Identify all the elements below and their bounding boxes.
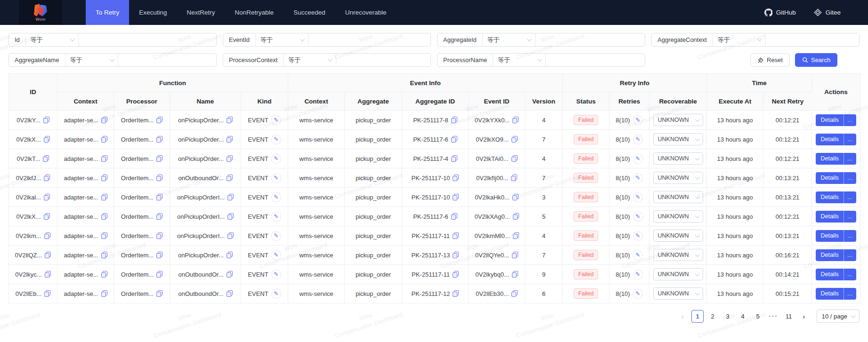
edit-pencil-icon[interactable]: ✎ [633,270,643,279]
recoverable-select[interactable]: UNKNOWN [653,249,703,261]
copy-icon[interactable] [101,271,107,278]
nav-tab[interactable]: Succeeded [284,0,335,25]
details-button[interactable]: Details [816,211,843,223]
recoverable-select[interactable]: UNKNOWN [653,172,703,184]
copy-icon[interactable] [512,117,519,123]
copy-icon[interactable] [511,155,518,162]
pagination-prev[interactable]: ‹ [676,310,689,323]
page-2[interactable]: 2 [706,310,719,323]
page-5[interactable]: 5 [752,310,764,323]
page-3[interactable]: 3 [722,310,734,323]
nav-tab[interactable]: NextRetry [177,0,225,25]
edit-pencil-icon[interactable]: ✎ [633,192,643,202]
copy-icon[interactable] [101,194,107,200]
filter-value-input[interactable] [546,54,645,66]
copy-icon[interactable] [453,232,459,239]
filter-operator-select[interactable]: 等于 [493,54,546,66]
copy-icon[interactable] [453,175,459,181]
copy-icon[interactable] [101,290,107,297]
edit-pencil-icon[interactable]: ✎ [271,154,281,164]
copy-icon[interactable] [45,271,51,278]
nav-tab[interactable]: Unrecoverable [335,0,397,25]
copy-icon[interactable] [227,194,234,200]
copy-icon[interactable] [44,213,50,220]
copy-icon[interactable] [512,252,518,258]
filter-operator-select[interactable]: 等于 [284,54,336,66]
details-button[interactable]: Details [816,191,843,203]
details-button[interactable]: Details [816,134,843,145]
filter-value-input[interactable] [79,33,216,46]
github-link[interactable]: GitHub [764,8,796,16]
copy-icon[interactable] [156,155,162,162]
details-more-button[interactable]: … [844,153,856,165]
gitee-link[interactable]: Gitee [814,8,841,16]
details-more-button[interactable]: … [844,230,856,242]
copy-icon[interactable] [227,155,233,162]
copy-icon[interactable] [101,175,107,181]
copy-icon[interactable] [513,213,519,220]
copy-icon[interactable] [453,271,459,278]
edit-pencil-icon[interactable]: ✎ [271,115,281,125]
edit-pencil-icon[interactable]: ✎ [271,250,281,260]
copy-icon[interactable] [451,117,457,123]
copy-icon[interactable] [44,232,50,239]
copy-icon[interactable] [156,213,162,220]
copy-icon[interactable] [101,117,107,123]
copy-icon[interactable] [156,136,162,143]
copy-icon[interactable] [511,175,517,181]
details-more-button[interactable]: … [844,191,856,203]
filter-operator-select[interactable]: 等于 [256,33,308,46]
filter-operator-select[interactable]: 等于 [483,33,535,46]
edit-pencil-icon[interactable]: ✎ [633,231,643,241]
copy-icon[interactable] [101,232,107,239]
copy-icon[interactable] [44,194,50,200]
copy-icon[interactable] [227,175,233,181]
copy-icon[interactable] [451,136,457,143]
reset-button[interactable]: Reset [750,53,790,67]
copy-icon[interactable] [156,290,162,297]
recoverable-select[interactable]: UNKNOWN [653,191,703,203]
copy-icon[interactable] [451,213,457,220]
filter-operator-select[interactable]: 等于 [65,54,118,66]
details-button[interactable]: Details [816,172,843,184]
recoverable-select[interactable]: UNKNOWN [653,230,703,242]
copy-icon[interactable] [453,290,459,297]
edit-pencil-icon[interactable]: ✎ [271,173,281,183]
edit-pencil-icon[interactable]: ✎ [633,154,643,164]
recoverable-select[interactable]: UNKNOWN [653,152,703,165]
page-size-select[interactable]: 10 / page [817,310,860,323]
nav-tab[interactable]: NonRetryable [225,0,284,25]
edit-pencil-icon[interactable]: ✎ [271,135,281,144]
copy-icon[interactable] [512,194,519,200]
details-button[interactable]: Details [816,153,843,165]
recoverable-select[interactable]: UNKNOWN [653,268,703,280]
details-more-button[interactable]: … [844,211,856,223]
copy-icon[interactable] [44,136,50,143]
copy-icon[interactable] [44,175,50,181]
copy-icon[interactable] [451,155,457,162]
details-more-button[interactable]: … [844,134,856,145]
page-11[interactable]: 11 [783,310,795,323]
edit-pencil-icon[interactable]: ✎ [271,270,281,279]
details-more-button[interactable]: … [844,288,856,300]
details-more-button[interactable]: … [844,249,856,261]
details-button[interactable]: Details [816,114,843,126]
recoverable-select[interactable]: UNKNOWN [653,133,703,145]
copy-icon[interactable] [45,252,51,258]
edit-pencil-icon[interactable]: ✎ [271,289,281,299]
copy-icon[interactable] [156,175,162,181]
copy-icon[interactable] [227,290,233,297]
app-logo[interactable]: Wow [19,0,62,25]
details-more-button[interactable]: … [844,172,856,184]
details-more-button[interactable]: … [844,114,856,126]
copy-icon[interactable] [512,271,518,278]
edit-pencil-icon[interactable]: ✎ [633,289,643,299]
copy-icon[interactable] [44,290,50,297]
edit-pencil-icon[interactable]: ✎ [271,231,281,241]
copy-icon[interactable] [511,290,518,297]
pagination-next[interactable]: › [798,310,810,323]
copy-icon[interactable] [227,232,234,239]
copy-icon[interactable] [43,117,49,123]
copy-icon[interactable] [43,155,49,162]
edit-pencil-icon[interactable]: ✎ [633,212,643,222]
